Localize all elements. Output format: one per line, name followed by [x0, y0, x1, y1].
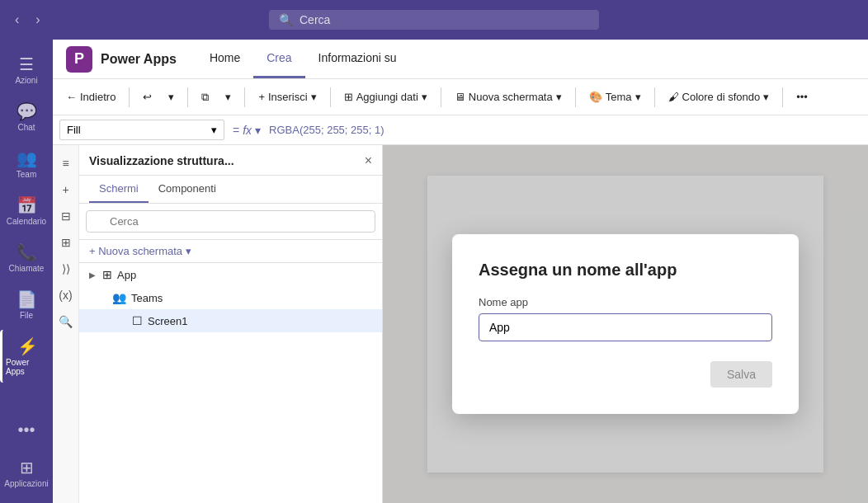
formula-value: RGBA(255; 255; 255; 1) [269, 124, 861, 136]
new-screen-button[interactable]: 🖥 Nuova schermata ▾ [448, 87, 568, 106]
search-input-wrapper: 🔍 [86, 210, 375, 233]
nav-home[interactable]: Home [196, 40, 253, 78]
structure-header: Visualizzazione struttura... × [79, 145, 382, 176]
sidebar-item-chiamate[interactable]: 📞 Chiamate [0, 236, 53, 280]
toolbar-divider-3 [244, 87, 245, 107]
dialog-title: Assegna un nome all'app [479, 261, 772, 280]
sidebar-label-chat: Chat [17, 123, 35, 132]
nav-forward-button[interactable]: › [31, 9, 45, 31]
team-icon: 👥 [17, 148, 37, 168]
toolbar-divider-1 [129, 87, 130, 107]
undo-dropdown[interactable]: ▾ [162, 87, 181, 106]
top-bar: ‹ › 🔍 Cerca [0, 0, 868, 40]
structure-search-input[interactable] [86, 210, 375, 233]
add-data-button[interactable]: ⊞ Aggiungi dati ▾ [337, 87, 434, 106]
tree-item-app[interactable]: ▶ ⊞ App [79, 263, 382, 286]
teams-item-icon: 👥 [112, 291, 126, 304]
app-nav: Home Crea Informazioni su [196, 40, 410, 78]
formula-selector-value: Fill [67, 124, 81, 136]
sidebar-item-more[interactable]: ••• [0, 414, 53, 448]
chat-icon: 💬 [17, 101, 37, 121]
theme-button[interactable]: 🎨 Tema ▾ [583, 87, 648, 106]
more-icon: ••• [17, 421, 35, 440]
toolbar-divider-5 [441, 87, 441, 107]
bg-color-label: Colore di sfondo [682, 91, 761, 103]
search-bar[interactable]: 🔍 Cerca [269, 10, 599, 30]
add-screen-label: + Nuova schermata [89, 245, 182, 257]
tab-schermi[interactable]: Schermi [89, 176, 149, 203]
copy-icon: ⧉ [201, 91, 209, 104]
teams-item-label: Teams [131, 292, 372, 304]
nav-info[interactable]: Informazioni su [305, 40, 410, 78]
sidebar-item-chat[interactable]: 💬 Chat [0, 95, 53, 139]
sidebar-item-team[interactable]: 👥 Team [0, 142, 53, 186]
sidebar-label-file: File [20, 311, 33, 320]
sidebar-label-calendario: Calendario [7, 217, 46, 226]
dialog-app-name-input[interactable] [479, 313, 772, 341]
formula-selector[interactable]: Fill ▾ [59, 120, 224, 140]
dialog-save-button[interactable]: Salva [710, 361, 772, 388]
more-icon: ••• [796, 91, 808, 103]
dialog-save-label: Salva [727, 368, 756, 381]
undo-chevron-icon: ▾ [168, 91, 174, 103]
nav-crea[interactable]: Crea [253, 40, 304, 78]
copy-dropdown[interactable]: ▾ [219, 87, 238, 106]
tool-search-button[interactable]: 🔍 [54, 310, 78, 333]
tool-custom-button[interactable]: ⟩⟩ [54, 257, 78, 280]
back-button[interactable]: ← Indietro [59, 87, 122, 106]
main-layout: ☰ Azioni 💬 Chat 👥 Team 📅 Calendario 📞 Ch… [0, 40, 868, 503]
bg-color-chevron-icon: ▾ [763, 91, 769, 103]
new-screen-chevron-icon: ▾ [556, 91, 562, 103]
search-placeholder: Cerca [300, 13, 330, 26]
canvas-area: Assegna un nome all'app Nome app Salva [383, 145, 868, 503]
structure-close-button[interactable]: × [365, 153, 372, 168]
app-area: P Power Apps Home Crea Informazioni su ←… [53, 40, 868, 503]
theme-chevron-icon: ▾ [635, 91, 641, 103]
toolbar: ← Indietro ↩ ▾ ⧉ ▾ + Inserisci ▾ [53, 79, 868, 115]
teams-sidebar: ☰ Azioni 💬 Chat 👥 Team 📅 Calendario 📞 Ch… [0, 40, 53, 503]
bg-color-button[interactable]: 🖌 Colore di sfondo ▾ [662, 87, 776, 106]
copy-button[interactable]: ⧉ [195, 87, 215, 107]
sidebar-item-calendario[interactable]: 📅 Calendario [0, 189, 53, 233]
formula-arrow-icon: ▾ [255, 124, 261, 137]
back-arrow-icon: ← [66, 91, 77, 103]
toolbar-divider-6 [575, 87, 576, 107]
tool-add-button[interactable]: + [54, 178, 78, 201]
tool-layers-button[interactable]: ≡ [54, 152, 78, 175]
new-screen-icon: 🖥 [455, 91, 465, 103]
toolbar-divider-7 [654, 87, 655, 107]
tool-sidebar: ≡ + ⊟ ⊞ ⟩⟩ (x) 🔍 [53, 145, 79, 503]
app-item-label: App [117, 269, 372, 281]
sidebar-item-file[interactable]: 📄 File [0, 283, 53, 327]
tree-item-screen1[interactable]: ☐ Screen1 ••• [79, 309, 382, 332]
tab-componenti[interactable]: Componenti [149, 176, 226, 203]
add-screen-row[interactable]: + Nuova schermata ▾ [79, 240, 382, 263]
nav-buttons: ‹ › [10, 9, 45, 31]
tool-data-button[interactable]: ⊟ [54, 204, 78, 228]
undo-button[interactable]: ↩ [136, 87, 158, 106]
sidebar-label-applicazioni: Applicazioni [4, 479, 48, 488]
screen1-item-label: Screen1 [148, 315, 361, 327]
applicazioni-icon: ⊞ [20, 458, 34, 477]
nav-back-button[interactable]: ‹ [10, 9, 24, 31]
insert-button[interactable]: + Inserisci ▾ [252, 87, 323, 106]
theme-icon: 🎨 [589, 91, 602, 103]
app-header: P Power Apps Home Crea Informazioni su [53, 40, 868, 79]
tool-component-button[interactable]: ⊞ [54, 231, 78, 254]
tree-item-teams[interactable]: 👥 Teams [79, 286, 382, 309]
sidebar-item-azioni[interactable]: ☰ Azioni [0, 48, 53, 92]
dialog-actions: Salva [479, 361, 772, 388]
toolbar-divider-2 [187, 87, 188, 107]
powerapps-icon: ⚡ [17, 336, 38, 356]
calendario-icon: 📅 [17, 195, 37, 215]
dialog-overlay: Assegna un nome all'app Nome app Salva [383, 145, 868, 503]
structure-panel: Visualizzazione struttura... × Schermi C… [79, 145, 382, 503]
left-panel: ≡ + ⊟ ⊞ ⟩⟩ (x) 🔍 Visualizzazione struttu… [53, 145, 383, 503]
azioni-icon: ☰ [19, 54, 34, 74]
sidebar-item-applicazioni[interactable]: ⊞ Applicazioni [0, 451, 53, 495]
tool-var-button[interactable]: (x) [54, 284, 78, 307]
more-button[interactable]: ••• [790, 87, 814, 106]
file-icon: 📄 [17, 289, 37, 309]
sidebar-item-powerapps[interactable]: ⚡ Power Apps [0, 330, 53, 383]
formula-bar: Fill ▾ = fx ▾ RGBA(255; 255; 255; 1) [53, 115, 868, 145]
